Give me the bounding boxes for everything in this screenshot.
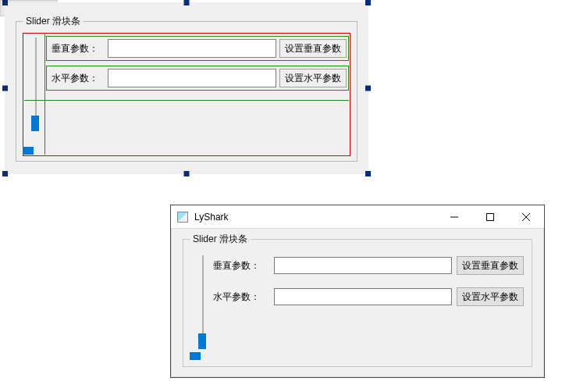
input-vertical-param[interactable] (108, 39, 276, 58)
slider-thumb[interactable] (31, 116, 39, 131)
svg-rect-1 (487, 213, 494, 220)
maximize-icon (486, 213, 494, 221)
resize-handle-middle-right[interactable] (365, 86, 371, 91)
window-client-area: Slider 滑块条 垂直参数： 设置垂直参数 水平参数： 设置水平参数 (172, 230, 543, 376)
label-vertical-param: 垂直参数： (213, 259, 269, 273)
qt-designer-panel: 在这里输入 Slider 滑块条 垂直参数： (0, 0, 373, 180)
form-rows: 垂直参数： 设置垂直参数 水平参数： 设置水平参数 (213, 254, 524, 316)
resize-handle-bottom-middle[interactable] (184, 171, 190, 176)
vertical-slider[interactable] (29, 37, 43, 131)
minimize-icon (450, 213, 458, 221)
input-horizontal-param[interactable] (274, 288, 452, 305)
form-row-horizontal: 水平参数： 设置水平参数 (213, 285, 524, 308)
set-horizontal-button[interactable]: 设置水平参数 (457, 287, 524, 306)
label-horizontal-param: 水平参数： (213, 290, 269, 304)
input-vertical-param[interactable] (274, 257, 452, 274)
close-icon (522, 213, 530, 221)
resize-handle-middle-left[interactable] (2, 86, 8, 91)
window-controls (436, 205, 544, 228)
window-titlebar[interactable]: LyShark (171, 205, 544, 229)
resize-handle-top-middle[interactable] (184, 0, 190, 5)
groupbox-title: Slider 滑块条 (23, 15, 84, 28)
set-horizontal-button[interactable]: 设置水平参数 (279, 69, 347, 87)
minimize-button[interactable] (436, 205, 472, 228)
vertical-slider[interactable] (196, 255, 210, 349)
form-row-vertical: 垂直参数： 设置垂直参数 (213, 254, 524, 277)
set-vertical-button[interactable]: 设置垂直参数 (457, 256, 524, 275)
layout-guide-vertical (44, 34, 45, 155)
window-title: LyShark (194, 212, 436, 223)
layout-guide-horizontal (24, 100, 349, 101)
form-rows: 垂直参数： 设置垂直参数 水平参数： 设置水平参数 (46, 36, 349, 95)
runtime-window: LyShark Slider 滑块条 垂直参数： (170, 205, 545, 378)
resize-handle-bottom-left[interactable] (2, 171, 8, 176)
horizontal-slider-thumb[interactable] (190, 352, 201, 360)
label-vertical-param: 垂直参数： (48, 42, 105, 55)
resize-handle-top-right[interactable] (365, 0, 371, 5)
groupbox-slider: Slider 滑块条 垂直参数： 设置垂直参数 水平参数： 设置水平参数 (183, 239, 532, 367)
resize-handle-bottom-right[interactable] (365, 171, 371, 176)
form-row-horizontal[interactable]: 水平参数： 设置水平参数 (46, 66, 349, 91)
form-row-vertical[interactable]: 垂直参数： 设置垂直参数 (46, 36, 349, 61)
resize-handle-top-left[interactable] (2, 0, 8, 5)
groupbox-title: Slider 滑块条 (190, 233, 251, 246)
maximize-button[interactable] (472, 205, 508, 228)
label-horizontal-param: 水平参数： (48, 72, 105, 85)
input-horizontal-param[interactable] (108, 69, 276, 87)
design-surface[interactable]: Slider 滑块条 垂直参数： 设置垂直参数 水平参数： 设置水 (5, 2, 368, 174)
horizontal-slider-thumb[interactable] (23, 147, 34, 155)
slider-thumb[interactable] (198, 333, 206, 349)
set-vertical-button[interactable]: 设置垂直参数 (279, 39, 347, 58)
app-icon (177, 212, 188, 223)
groupbox-slider[interactable]: Slider 滑块条 垂直参数： 设置垂直参数 水平参数： 设置水 (16, 21, 357, 162)
close-button[interactable] (508, 205, 544, 228)
